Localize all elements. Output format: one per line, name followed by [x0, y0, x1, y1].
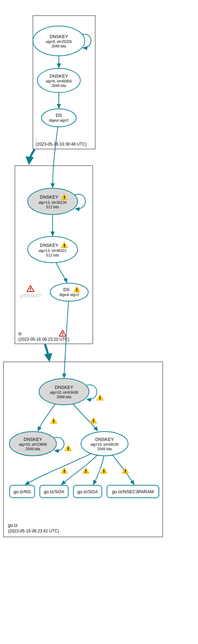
svg-text:512 bits: 512 bits — [46, 205, 59, 209]
warn-icon — [97, 394, 104, 400]
svg-text:DNSKEY: DNSKEY — [50, 34, 68, 39]
svg-text:DNSKEY: DNSKEY — [55, 385, 73, 390]
node-gotz-dnskey3[interactable]: DNSKEY alg=10, id=56535 2048 bits — [81, 432, 128, 456]
svg-text:alg=10, id=56535: alg=10, id=56535 — [90, 442, 118, 446]
node-root-ds[interactable]: DS digest alg=2 — [42, 109, 76, 127]
svg-text:2048 bits: 2048 bits — [52, 44, 66, 48]
rrset-gotz-soa2[interactable]: go.tz/SOA — [73, 485, 102, 498]
svg-text:alg=10, id=23886: alg=10, id=23886 — [19, 442, 47, 446]
edge-gotz-k1-k2 — [38, 403, 55, 431]
svg-text:2048 bits: 2048 bits — [97, 447, 112, 451]
node-tz-dnskey1[interactable]: DNSKEY alg=13, id=30234 512 bits — [28, 188, 78, 215]
svg-text:DNSKEY: DNSKEY — [95, 437, 114, 442]
svg-text:tz/DNSKEY: tz/DNSKEY — [20, 294, 42, 298]
error-icon — [59, 330, 66, 336]
svg-text:2048 bits: 2048 bits — [52, 84, 66, 88]
edge-gotz-k1-k3 — [73, 403, 98, 431]
svg-text:alg=10, id=63438: alg=10, id=63438 — [50, 390, 78, 394]
svg-text:go.tz/NS: go.tz/NS — [14, 489, 31, 494]
svg-text:alg=8, id=20326: alg=8, id=20326 — [46, 40, 72, 44]
svg-point-13 — [42, 109, 76, 127]
svg-text:512 bits: 512 bits — [46, 253, 59, 257]
zone-time-tz: (2023-05-16 06:23:20 UTC) — [18, 337, 69, 342]
warn-icon — [82, 468, 89, 473]
svg-text:alg=13, id=46321: alg=13, id=46321 — [38, 249, 66, 253]
node-tz-ds[interactable]: DS digest alg=2 — [50, 283, 88, 301]
edge-tz-k2-ds — [56, 262, 67, 282]
warn-icon — [65, 445, 72, 451]
zone-time-root: (2023-05-16 03:38:48 UTC) — [36, 142, 87, 147]
zone-time-gotz: (2023-05-16 06:23:42 UTC) — [8, 529, 59, 533]
svg-text:go.tz/SOA: go.tz/SOA — [44, 489, 64, 494]
edge-root-ds-tz-k1 — [53, 127, 58, 188]
warn-icon — [90, 417, 97, 423]
node-gotz-dnskey2[interactable]: DNSKEY alg=10, id=23886 2048 bits — [9, 432, 56, 456]
svg-text:go.tz/SOA: go.tz/SOA — [77, 489, 98, 494]
warn-icon — [61, 468, 68, 473]
svg-text:2048 bits: 2048 bits — [57, 395, 72, 399]
rrset-gotz-ns[interactable]: go.tz/NS — [10, 485, 35, 498]
node-root-dnskey2[interactable]: DNSKEY alg=8, id=60955 2048 bits — [37, 68, 80, 93]
svg-text:DS: DS — [56, 113, 62, 118]
zone-label-root: . — [36, 136, 37, 141]
edge-deleg-tz-gotz — [45, 344, 49, 360]
svg-text:DNSKEY: DNSKEY — [40, 194, 58, 200]
zone-label-gotz: go.tz — [8, 523, 18, 528]
warn-icon — [50, 418, 57, 424]
svg-text:go.tz/NSEC3PARAM: go.tz/NSEC3PARAM — [112, 489, 154, 494]
svg-text:alg=8, id=60955: alg=8, id=60955 — [46, 79, 72, 83]
svg-text:DNSKEY: DNSKEY — [50, 73, 68, 79]
warn-icon — [100, 468, 107, 473]
svg-text:DS: DS — [63, 287, 70, 292]
node-tz-dnskey2[interactable]: DNSKEY alg=13, id=46321 512 bits — [28, 236, 78, 263]
node-tz-missing: tz/DNSKEY — [20, 286, 42, 298]
rrset-gotz-soa1[interactable]: go.tz/SOA — [40, 485, 68, 498]
node-gotz-dnskey1[interactable]: DNSKEY alg=10, id=63438 2048 bits — [39, 378, 89, 405]
svg-text:digest alg=2: digest alg=2 — [49, 118, 69, 122]
rrset-gotz-nsec3param[interactable]: go.tz/NSEC3PARAM — [107, 485, 159, 498]
svg-text:digest alg=2: digest alg=2 — [60, 293, 79, 297]
zone-label-tz: tz — [18, 331, 22, 336]
node-root-dnskey1[interactable]: DNSKEY alg=8, id=20326 2048 bits — [33, 26, 85, 56]
error-icon — [27, 286, 34, 291]
edge-k3-rr4 — [112, 455, 134, 485]
svg-text:alg=13, id=30234: alg=13, id=30234 — [38, 200, 66, 204]
svg-point-25 — [50, 283, 88, 301]
svg-text:DNSKEY: DNSKEY — [24, 437, 42, 442]
svg-text:DNSKEY: DNSKEY — [40, 243, 58, 248]
edge-deleg-root-tz — [29, 149, 35, 163]
svg-text:2048 bits: 2048 bits — [26, 447, 40, 451]
